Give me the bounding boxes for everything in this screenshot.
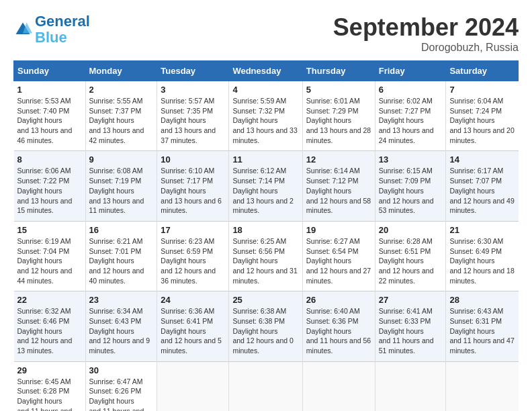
day-info: Sunrise: 5:55 AMSunset: 7:37 PMDaylight … (89, 96, 154, 145)
day-info: Sunrise: 6:45 AMSunset: 6:28 PMDaylight … (17, 377, 82, 411)
day-cell: 26 Sunrise: 6:40 AMSunset: 6:36 PMDaylig… (302, 291, 375, 361)
day-cell: 17 Sunrise: 6:23 AMSunset: 6:59 PMDaylig… (157, 221, 229, 291)
day-info: Sunrise: 6:25 AMSunset: 6:56 PMDaylight … (232, 236, 298, 285)
col-header-tuesday: Tuesday (157, 61, 229, 81)
col-header-saturday: Saturday (446, 61, 519, 81)
day-cell: 28 Sunrise: 6:43 AMSunset: 6:31 PMDaylig… (446, 291, 519, 361)
day-info: Sunrise: 6:32 AMSunset: 6:46 PMDaylight … (17, 306, 82, 355)
day-cell: 21 Sunrise: 6:30 AMSunset: 6:49 PMDaylig… (446, 221, 519, 291)
day-number: 20 (379, 225, 443, 235)
day-number: 10 (161, 154, 225, 165)
day-number: 24 (161, 295, 225, 305)
day-number: 19 (306, 225, 371, 235)
day-info: Sunrise: 6:12 AMSunset: 7:14 PMDaylight … (232, 166, 298, 215)
day-cell: 29 Sunrise: 6:45 AMSunset: 6:28 PMDaylig… (14, 361, 86, 411)
col-header-thursday: Thursday (302, 61, 375, 81)
day-number: 4 (232, 85, 298, 95)
day-cell: 5 Sunrise: 6:01 AMSunset: 7:29 PMDayligh… (302, 81, 375, 151)
day-number: 12 (306, 154, 371, 165)
day-number: 5 (306, 85, 371, 95)
day-cell: 9 Sunrise: 6:08 AMSunset: 7:19 PMDayligh… (85, 151, 157, 221)
day-cell: 23 Sunrise: 6:34 AMSunset: 6:43 PMDaylig… (85, 291, 157, 361)
logo-text: GeneralBlue (35, 13, 90, 46)
page-header: GeneralBlue September 2024 Dorogobuzh, R… (13, 13, 519, 54)
col-header-wednesday: Wednesday (229, 61, 302, 81)
day-cell: 4 Sunrise: 5:59 AMSunset: 7:32 PMDayligh… (229, 81, 302, 151)
day-number: 2 (89, 85, 154, 95)
day-info: Sunrise: 6:38 AMSunset: 6:38 PMDaylight … (232, 306, 298, 355)
day-cell: 1 Sunrise: 5:53 AMSunset: 7:40 PMDayligh… (14, 81, 86, 151)
day-number: 15 (17, 225, 82, 235)
day-number: 29 (17, 365, 82, 375)
day-info: Sunrise: 6:21 AMSunset: 7:01 PMDaylight … (89, 236, 154, 285)
day-cell: 2 Sunrise: 5:55 AMSunset: 7:37 PMDayligh… (85, 81, 157, 151)
day-info: Sunrise: 6:36 AMSunset: 6:41 PMDaylight … (161, 306, 225, 355)
day-info: Sunrise: 6:17 AMSunset: 7:07 PMDaylight … (449, 166, 515, 215)
day-number: 1 (17, 85, 82, 95)
day-number: 28 (449, 295, 515, 305)
day-cell (446, 361, 519, 411)
week-row-4: 22 Sunrise: 6:32 AMSunset: 6:46 PMDaylig… (14, 291, 519, 361)
day-cell: 22 Sunrise: 6:32 AMSunset: 6:46 PMDaylig… (14, 291, 86, 361)
day-cell: 25 Sunrise: 6:38 AMSunset: 6:38 PMDaylig… (229, 291, 302, 361)
day-number: 25 (232, 295, 298, 305)
col-header-sunday: Sunday (14, 61, 86, 81)
day-cell: 19 Sunrise: 6:27 AMSunset: 6:54 PMDaylig… (302, 221, 375, 291)
day-cell: 13 Sunrise: 6:15 AMSunset: 7:09 PMDaylig… (375, 151, 446, 221)
day-info: Sunrise: 6:06 AMSunset: 7:22 PMDaylight … (17, 166, 82, 215)
day-info: Sunrise: 6:40 AMSunset: 6:36 PMDaylight … (306, 306, 371, 355)
day-cell: 10 Sunrise: 6:10 AMSunset: 7:17 PMDaylig… (157, 151, 229, 221)
day-info: Sunrise: 5:53 AMSunset: 7:40 PMDaylight … (17, 96, 82, 145)
day-info: Sunrise: 6:08 AMSunset: 7:19 PMDaylight … (89, 166, 154, 215)
day-info: Sunrise: 6:47 AMSunset: 6:26 PMDaylight … (89, 377, 154, 411)
day-info: Sunrise: 6:15 AMSunset: 7:09 PMDaylight … (379, 166, 443, 215)
day-number: 11 (232, 154, 298, 165)
day-number: 3 (161, 85, 225, 95)
day-cell: 3 Sunrise: 5:57 AMSunset: 7:35 PMDayligh… (157, 81, 229, 151)
week-row-5: 29 Sunrise: 6:45 AMSunset: 6:28 PMDaylig… (14, 361, 519, 411)
day-cell: 20 Sunrise: 6:28 AMSunset: 6:51 PMDaylig… (375, 221, 446, 291)
day-cell: 18 Sunrise: 6:25 AMSunset: 6:56 PMDaylig… (229, 221, 302, 291)
day-info: Sunrise: 6:19 AMSunset: 7:04 PMDaylight … (17, 236, 82, 285)
day-info: Sunrise: 6:34 AMSunset: 6:43 PMDaylight … (89, 306, 154, 355)
day-number: 17 (161, 225, 225, 235)
day-info: Sunrise: 6:43 AMSunset: 6:31 PMDaylight … (449, 306, 515, 355)
day-cell: 30 Sunrise: 6:47 AMSunset: 6:26 PMDaylig… (85, 361, 157, 411)
day-cell: 27 Sunrise: 6:41 AMSunset: 6:33 PMDaylig… (375, 291, 446, 361)
day-cell: 12 Sunrise: 6:14 AMSunset: 7:12 PMDaylig… (302, 151, 375, 221)
day-cell (375, 361, 446, 411)
day-number: 22 (17, 295, 82, 305)
day-number: 7 (449, 85, 515, 95)
day-cell (302, 361, 375, 411)
month-title: September 2024 (333, 13, 519, 42)
week-row-3: 15 Sunrise: 6:19 AMSunset: 7:04 PMDaylig… (14, 221, 519, 291)
logo: GeneralBlue (13, 13, 90, 46)
day-info: Sunrise: 6:27 AMSunset: 6:54 PMDaylight … (306, 236, 371, 285)
day-number: 27 (379, 295, 443, 305)
day-number: 9 (89, 154, 154, 165)
day-cell: 8 Sunrise: 6:06 AMSunset: 7:22 PMDayligh… (14, 151, 86, 221)
day-info: Sunrise: 6:02 AMSunset: 7:27 PMDaylight … (379, 96, 443, 145)
week-row-1: 1 Sunrise: 5:53 AMSunset: 7:40 PMDayligh… (14, 81, 519, 151)
day-number: 14 (449, 154, 515, 165)
day-info: Sunrise: 6:04 AMSunset: 7:24 PMDaylight … (449, 96, 515, 145)
day-cell: 6 Sunrise: 6:02 AMSunset: 7:27 PMDayligh… (375, 81, 446, 151)
day-cell: 11 Sunrise: 6:12 AMSunset: 7:14 PMDaylig… (229, 151, 302, 221)
day-cell (229, 361, 302, 411)
day-cell (157, 361, 229, 411)
day-number: 21 (449, 225, 515, 235)
day-number: 13 (379, 154, 443, 165)
col-header-monday: Monday (85, 61, 157, 81)
day-info: Sunrise: 6:23 AMSunset: 6:59 PMDaylight … (161, 236, 225, 285)
day-cell: 7 Sunrise: 6:04 AMSunset: 7:24 PMDayligh… (446, 81, 519, 151)
day-number: 30 (89, 365, 154, 375)
day-number: 26 (306, 295, 371, 305)
day-info: Sunrise: 6:28 AMSunset: 6:51 PMDaylight … (379, 236, 443, 285)
day-info: Sunrise: 6:01 AMSunset: 7:29 PMDaylight … (306, 96, 371, 145)
day-number: 6 (379, 85, 443, 95)
day-info: Sunrise: 6:30 AMSunset: 6:49 PMDaylight … (449, 236, 515, 285)
day-info: Sunrise: 6:41 AMSunset: 6:33 PMDaylight … (379, 306, 443, 355)
day-number: 23 (89, 295, 154, 305)
col-header-friday: Friday (375, 61, 446, 81)
day-number: 8 (17, 154, 82, 165)
